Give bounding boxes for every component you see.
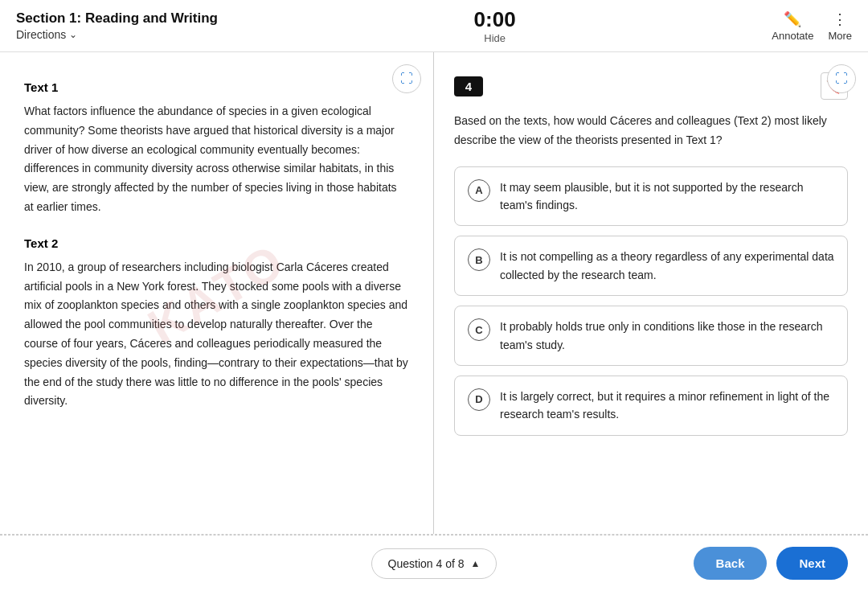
question-header: 4 🔖 — [454, 72, 848, 100]
header-right: ✏️ Annotate ⋮ More — [772, 10, 852, 42]
footer-center: Question 4 of 8 ▲ — [296, 548, 571, 579]
chevron-down-icon: ⌄ — [69, 29, 77, 40]
back-button[interactable]: Back — [694, 547, 768, 580]
right-expand-button[interactable]: ⛶ — [827, 64, 856, 93]
header: Section 1: Reading and Writing Direction… — [0, 0, 868, 52]
left-panel: KAТО ⛶ Text 1 What factors influence the… — [0, 52, 434, 534]
choice-d-text: It is largely correct, but it requires a… — [500, 388, 834, 424]
section-title: Section 1: Reading and Writing — [16, 10, 218, 27]
pencil-icon: ✏️ — [784, 10, 801, 28]
expand-icon: ⛶ — [400, 72, 413, 86]
hide-button[interactable]: Hide — [484, 32, 506, 44]
choice-b[interactable]: B It is not compelling as a theory regar… — [454, 236, 848, 296]
next-button[interactable]: Next — [776, 547, 848, 580]
choice-c-text: It probably holds true only in condition… — [500, 318, 834, 354]
more-label: More — [828, 30, 852, 42]
directions-button[interactable]: Directions ⌄ — [16, 28, 218, 41]
choice-c[interactable]: C It probably holds true only in conditi… — [454, 306, 848, 366]
question-progress: Question 4 of 8 — [388, 557, 465, 570]
choice-c-letter: C — [468, 318, 490, 341]
annotate-button[interactable]: ✏️ Annotate — [772, 10, 813, 42]
text1-title: Text 1 — [24, 80, 409, 94]
choice-a[interactable]: A It may seem plausible, but it is not s… — [454, 166, 848, 227]
question-text: Based on the texts, how would Cáceres an… — [454, 112, 848, 150]
expand-icon-right: ⛶ — [835, 72, 848, 86]
question-nav-button[interactable]: Question 4 of 8 ▲ — [371, 548, 497, 579]
left-expand-button[interactable]: ⛶ — [392, 64, 421, 93]
question-number-badge: 4 — [454, 76, 483, 96]
choice-b-letter: B — [468, 248, 490, 271]
directions-label: Directions — [16, 28, 66, 41]
choice-a-text: It may seem plausible, but it is not sup… — [500, 179, 834, 215]
nav-arrow-icon: ▲ — [471, 558, 481, 569]
choice-d[interactable]: D It is largely correct, but it requires… — [454, 376, 848, 436]
choice-a-letter: A — [468, 179, 490, 202]
footer: Question 4 of 8 ▲ Back Next — [0, 535, 868, 591]
annotate-label: Annotate — [772, 30, 813, 42]
header-left: Section 1: Reading and Writing Direction… — [16, 10, 218, 41]
text2-title: Text 2 — [24, 236, 409, 250]
choice-b-text: It is not compelling as a theory regardl… — [500, 248, 834, 284]
main-content: KAТО ⛶ Text 1 What factors influence the… — [0, 52, 868, 535]
header-center: 0:00 Hide — [474, 7, 516, 44]
choice-d-letter: D — [468, 388, 490, 411]
text2-body: In 2010, a group of researchers includin… — [24, 258, 409, 411]
timer-display: 0:00 — [474, 7, 516, 32]
text1-body: What factors influence the abundance of … — [24, 102, 409, 217]
more-dots-icon: ⋮ — [833, 10, 847, 28]
right-panel: ⛶ 4 🔖 Based on the texts, how would Cáce… — [434, 52, 868, 534]
more-button[interactable]: ⋮ More — [828, 10, 852, 42]
footer-right: Back Next — [572, 547, 848, 580]
